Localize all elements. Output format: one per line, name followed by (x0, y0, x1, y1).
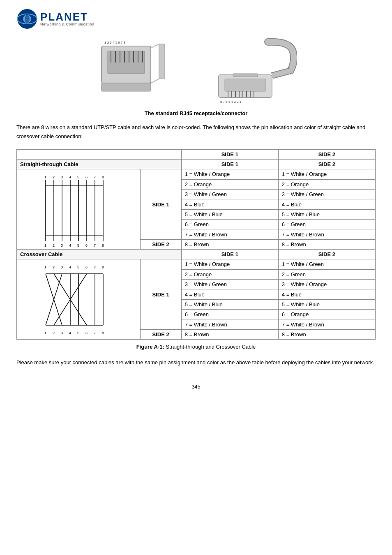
svg-text:3: 3 (61, 331, 63, 335)
crossover-wire-diagram: 1 2 3 4 5 6 7 8 (17, 259, 141, 340)
svg-text:5: 5 (77, 175, 79, 179)
straight-s2-pin1: 1 = White / Orange (278, 169, 375, 179)
crossover-s1-pin1: 1 = White / Orange (181, 259, 278, 269)
svg-text:2: 2 (53, 243, 55, 247)
straight-s1-pin6: 6 = Green (181, 220, 278, 229)
crossover-s2-pin1: 1 = White / Green (278, 259, 375, 269)
svg-text:3: 3 (61, 243, 63, 247)
straight-s2-pin6: 6 = Green (278, 220, 375, 229)
intro-text: There are 8 wires on a standard UTP/STP … (16, 123, 376, 141)
svg-text:1: 1 (44, 265, 46, 269)
crossover-s2-pin7: 7 = White / Brown (278, 319, 375, 329)
svg-text:1 2 3 4 5 6 7 8: 1 2 3 4 5 6 7 8 (104, 41, 126, 44)
straight-side1-header: SIDE 1 (181, 160, 278, 169)
straight-wire-diagram: 1 2 3 4 5 6 7 8 (17, 169, 141, 250)
straight-cable-label: Straight-through Cable (17, 160, 182, 169)
logo-area: PLANET Networking & Communication (16, 8, 376, 30)
svg-text:1: 1 (44, 175, 46, 179)
col-header-side1: SIDE 1 (181, 150, 278, 160)
svg-line-16 (151, 79, 159, 83)
svg-text:5: 5 (77, 265, 79, 269)
svg-text:5: 5 (77, 243, 79, 247)
straight-s1-pin5: 5 = White / Blue (181, 209, 278, 219)
svg-text:7: 7 (94, 243, 96, 247)
svg-text:8: 8 (102, 243, 104, 247)
svg-text:8: 8 (102, 175, 104, 179)
straight-s2-pin4: 4 = Blue (278, 199, 375, 209)
straight-s2-pin2: 2 = Orange (278, 179, 375, 189)
crossover-s2-pin8: 8 = Brown (278, 329, 375, 339)
straight-s1-pin1: 1 = White / Orange (181, 169, 278, 179)
crossover-s1-pin8: 8 = Brown (181, 329, 278, 339)
crossover-s2-pin2: 2 = Green (278, 269, 375, 279)
svg-rect-6 (108, 51, 145, 74)
figure-caption: Figure A-1: Straight-through and Crossov… (16, 344, 376, 350)
svg-text:6: 6 (85, 243, 88, 247)
straight-s1-pin3: 3 = White / Green (181, 189, 278, 199)
col-header-side2: SIDE 2 (278, 150, 375, 160)
svg-text:2: 2 (53, 331, 55, 335)
svg-text:3: 3 (61, 265, 63, 269)
straight-s2-pin3: 3 = White / Green (278, 189, 375, 199)
svg-text:7: 7 (94, 265, 96, 269)
svg-text:3: 3 (61, 175, 63, 179)
logo-sub-label: Networking & Communication (40, 23, 95, 27)
svg-line-15 (151, 44, 159, 48)
rj45-caption: The standard RJ45 receptacle/connector (16, 110, 376, 116)
crossover-cable-label: Crossover Cable (17, 250, 182, 259)
crossover-s1-pin4: 4 = Blue (181, 289, 278, 299)
crossover-side2-label: SIDE 2 (140, 329, 181, 339)
crossover-s2-pin4: 4 = Blue (278, 289, 375, 299)
crossover-s2-pin5: 5 = White / Blue (278, 299, 375, 309)
straight-side1-label: SIDE 1 (140, 169, 181, 240)
svg-text:4: 4 (69, 265, 71, 269)
straight-s1-pin7: 7 = White / Brown (181, 229, 278, 239)
svg-text:2: 2 (53, 265, 55, 269)
figure-caption-text: Straight-through and Crossover Cable (164, 344, 256, 350)
svg-text:7: 7 (94, 331, 96, 335)
svg-line-34 (272, 71, 291, 76)
svg-text:1: 1 (44, 331, 46, 335)
svg-point-3 (25, 15, 30, 23)
page-number: 345 (16, 384, 376, 390)
straight-side2-label: SIDE 2 (140, 239, 181, 249)
logo-planet-label: PLANET (40, 11, 95, 23)
svg-rect-18 (159, 44, 165, 79)
svg-text:1: 1 (44, 243, 46, 247)
svg-text:4: 4 (69, 331, 71, 335)
svg-text:8: 8 (102, 331, 104, 335)
straight-s1-pin4: 4 = Blue (181, 199, 278, 209)
rj45-connector-image: 8 7 6 5 4 3 2 1 (194, 38, 297, 104)
planet-logo-icon (16, 8, 38, 30)
crossover-s1-pin6: 6 = Green (181, 310, 278, 319)
svg-rect-20 (101, 83, 151, 91)
cable-table: SIDE 1 SIDE 2 Straight-through Cable SID… (16, 149, 376, 340)
svg-text:8: 8 (102, 265, 104, 269)
figure-caption-bold: Figure A-1: (136, 344, 164, 350)
crossover-s2-pin6: 6 = Orange (278, 310, 375, 319)
rj45-diagram-area: 1 2 3 4 5 6 7 8 (16, 38, 376, 104)
svg-text:8 7 6 5 4 3 2 1: 8 7 6 5 4 3 2 1 (220, 100, 242, 104)
crossover-side1-header: SIDE 1 (181, 250, 278, 259)
crossover-side2-header: SIDE 2 (278, 250, 375, 259)
svg-text:5: 5 (77, 331, 79, 335)
crossover-s2-pin3: 3 = White / Orange (278, 279, 375, 289)
crossover-s1-pin3: 3 = White / Green (181, 279, 278, 289)
svg-text:6: 6 (85, 175, 88, 179)
straight-s2-pin8: 8 = Brown (278, 239, 375, 249)
straight-s1-pin2: 2 = Orange (181, 179, 278, 189)
closing-text: Please make sure your connected cables a… (16, 358, 376, 367)
straight-s1-pin8: 8 = Brown (181, 239, 278, 249)
svg-rect-22 (225, 79, 266, 91)
svg-rect-32 (233, 74, 258, 77)
crossover-s1-pin5: 5 = White / Blue (181, 299, 278, 309)
svg-text:2: 2 (53, 175, 55, 179)
svg-text:4: 4 (69, 175, 71, 179)
svg-text:4: 4 (69, 243, 71, 247)
svg-text:6: 6 (85, 331, 88, 335)
logo-text-area: PLANET Networking & Communication (40, 11, 95, 27)
straight-s2-pin5: 5 = White / Blue (278, 209, 375, 219)
straight-side2-header: SIDE 2 (278, 160, 375, 169)
straight-s2-pin7: 7 = White / Brown (278, 229, 375, 239)
crossover-s1-pin2: 2 = Orange (181, 269, 278, 279)
